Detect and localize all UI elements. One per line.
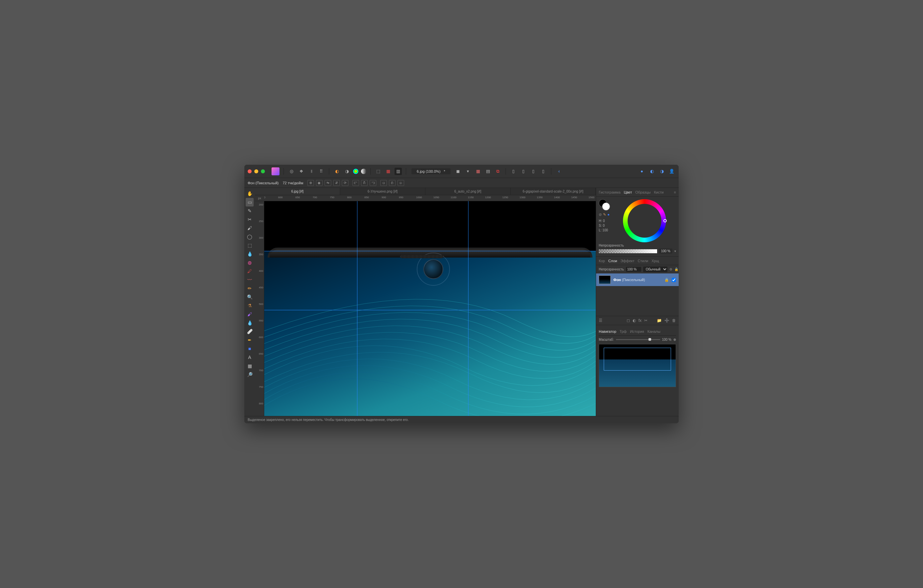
move-tool-icon[interactable]: ⊕ xyxy=(307,180,314,186)
shape-tool-icon[interactable]: ■ xyxy=(246,344,254,353)
text-tool-icon[interactable]: A xyxy=(246,353,254,361)
boolean-subtract-icon[interactable]: ◐ xyxy=(648,168,655,175)
persona-export-icon[interactable]: ⠿ xyxy=(318,168,325,175)
gradient-icon[interactable] xyxy=(361,169,366,174)
document-title[interactable]: 6.jpg (100.0%) * xyxy=(411,168,450,174)
eyedropper-icon[interactable]: ✎ xyxy=(603,212,606,217)
smudge-icon[interactable]: 〰 xyxy=(246,276,254,284)
tab-history[interactable]: История xyxy=(630,330,644,333)
align-bottom-icon[interactable]: ⫐ xyxy=(397,180,404,186)
tab-brushes[interactable]: Кисти xyxy=(654,190,664,194)
trash-icon[interactable]: 🗑 xyxy=(672,318,676,323)
opacity-slider[interactable] xyxy=(599,249,657,253)
align-right-icon[interactable]: ⫎ xyxy=(370,180,376,186)
marquee-icon[interactable]: ⬚ xyxy=(246,241,254,250)
panel-menu-icon[interactable]: ≡ xyxy=(674,190,676,194)
doc-tab[interactable]: 6_auto_x2.png [И] xyxy=(425,188,511,195)
refine-icon[interactable]: ▥ xyxy=(394,168,402,175)
align-icon[interactable]: ⫞ xyxy=(555,168,563,175)
tab-stock[interactable]: Хрщ xyxy=(652,259,659,263)
flood-fill-icon[interactable]: 💧 xyxy=(246,250,254,258)
guide[interactable] xyxy=(468,201,468,416)
zoom-slider[interactable] xyxy=(616,339,660,340)
canvas[interactable] xyxy=(264,201,596,416)
minimize-icon[interactable] xyxy=(254,169,258,173)
pen-tool-icon[interactable]: ✒ xyxy=(246,336,254,344)
adjustment-icon[interactable]: ◐ xyxy=(333,168,340,175)
zoom-in-icon[interactable]: ⊕ xyxy=(673,338,676,342)
flip-h-icon[interactable]: ⇋ xyxy=(325,180,331,186)
arrange-backward-icon[interactable]: ▯ xyxy=(520,168,527,175)
tab-adjustments[interactable]: Кор xyxy=(599,259,605,263)
tab-transform[interactable]: Трф xyxy=(620,330,627,333)
gradient-tool-icon[interactable]: ◍ xyxy=(246,258,254,267)
selection-brush-icon[interactable]: ◯ xyxy=(246,232,254,241)
close-icon[interactable] xyxy=(248,169,251,173)
color-picker-icon[interactable]: ✎ xyxy=(246,207,254,215)
blur-icon[interactable]: 💧 xyxy=(246,319,254,327)
brush-tool-icon[interactable]: 🖌 xyxy=(246,224,254,232)
horizontal-ruler[interactable]: px 5506006507007508008509009501000105011… xyxy=(255,195,596,201)
grid-icon[interactable]: ▦ xyxy=(475,168,482,175)
opacity-value[interactable]: 100 % xyxy=(659,249,672,254)
persona-liquify-icon[interactable]: ◎ xyxy=(288,168,295,175)
hand-tool-icon[interactable]: ✋ xyxy=(246,189,254,198)
doc-tab[interactable]: 6-gigapixel-standard-scale-2_00x.png [И] xyxy=(511,188,596,195)
account-icon[interactable]: 👤 xyxy=(668,168,675,175)
viewport-rect[interactable] xyxy=(604,348,671,371)
layer-row[interactable]: Фон (Пиксельный) 🔒 xyxy=(596,273,679,286)
eye-icon[interactable]: ◉ xyxy=(316,180,323,186)
tab-navigator[interactable]: Навигатор xyxy=(599,330,616,333)
align-center-icon[interactable]: ⫚ xyxy=(361,180,368,186)
tab-color[interactable]: Цвет xyxy=(624,190,632,194)
crop-tool-icon[interactable]: ✂ xyxy=(246,215,254,224)
adjustment-icon[interactable]: ◐ xyxy=(632,318,636,323)
quick-mask-icon[interactable]: ▦ xyxy=(384,168,392,175)
rotate-icon[interactable]: ⟳ xyxy=(342,180,348,186)
lock-icon[interactable]: 🔒 xyxy=(664,278,669,282)
layer-opacity-input[interactable] xyxy=(626,267,641,272)
chevron-down-icon[interactable]: ▾ xyxy=(465,168,472,175)
swatch-button[interactable]: ◼ xyxy=(455,168,462,175)
mask-icon[interactable]: ◻ xyxy=(627,318,630,323)
persona-tone-icon[interactable]: ⦀ xyxy=(308,168,315,175)
arrange-forward-icon[interactable]: ▯ xyxy=(530,168,537,175)
align-left-icon[interactable]: ⫍ xyxy=(352,180,359,186)
magnify-icon[interactable]: 🔍 xyxy=(246,293,254,301)
chevron-down-icon[interactable]: ▾ xyxy=(674,249,676,253)
pencil-icon[interactable]: ✏ xyxy=(246,284,254,293)
persona-develop-icon[interactable]: ❖ xyxy=(298,168,305,175)
mixer-icon[interactable]: 🖌 xyxy=(246,310,254,319)
blend-mode-select[interactable]: Обычный xyxy=(643,266,667,272)
move-tool-icon[interactable]: ▭ xyxy=(246,198,254,207)
folder-icon[interactable]: 📁 xyxy=(657,318,662,323)
none-swatch-icon[interactable]: ⊘ xyxy=(599,212,602,217)
zoom-value[interactable]: 100 % xyxy=(662,338,672,342)
doc-tab[interactable]: 6.jpg [И] xyxy=(255,188,340,195)
secondary-swatch[interactable] xyxy=(602,202,610,210)
align-top-icon[interactable]: ⫏ xyxy=(380,180,387,186)
vertical-ruler[interactable]: 2002503003504004505005506006507007508008… xyxy=(255,201,264,416)
paint-brush-icon[interactable]: 🖊 xyxy=(246,267,254,276)
contrast-icon[interactable]: ◑ xyxy=(343,168,350,175)
tab-histogram[interactable]: Гистограмма xyxy=(599,190,621,194)
zoom-icon[interactable] xyxy=(261,169,265,173)
hue-handle[interactable] xyxy=(664,219,667,222)
zoom-tool-icon[interactable]: 🔎 xyxy=(246,370,254,379)
tab-layers[interactable]: Слои xyxy=(608,259,618,263)
layers-icon[interactable]: ☰ xyxy=(599,318,603,323)
arrange-front-icon[interactable]: ▯ xyxy=(540,168,547,175)
color-wheel[interactable] xyxy=(623,199,666,242)
flip-v-icon[interactable]: ⇵ xyxy=(333,180,340,186)
tab-channels[interactable]: Каналы xyxy=(647,330,660,333)
fx-icon[interactable]: fx xyxy=(639,318,642,323)
clone-icon[interactable]: ⚗ xyxy=(246,301,254,310)
color-icon[interactable] xyxy=(353,169,358,174)
tab-effects[interactable]: Эффект xyxy=(620,259,634,263)
selection-icon[interactable]: ⬚ xyxy=(374,168,382,175)
layer-visible-checkbox[interactable] xyxy=(672,278,676,282)
gear-icon[interactable]: ⚙ xyxy=(669,268,672,271)
color-swatches[interactable] xyxy=(599,199,610,210)
boolean-add-icon[interactable]: ● xyxy=(638,168,645,175)
lock-icon[interactable]: 🔒 xyxy=(674,268,678,271)
